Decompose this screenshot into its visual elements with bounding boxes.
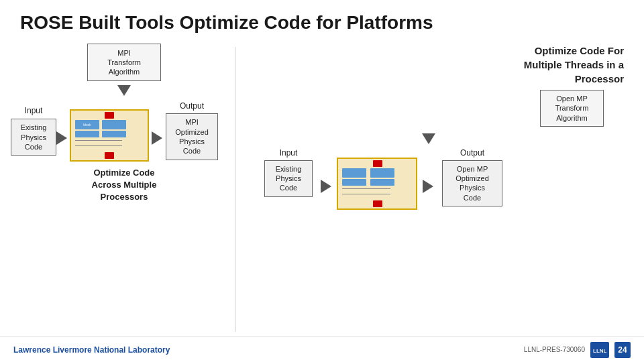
right-arrow-right-icon bbox=[321, 180, 331, 193]
left-arrow-right2-icon bbox=[152, 131, 162, 145]
left-bottom-label: Optimize Code Across Multiple Processors bbox=[92, 167, 157, 204]
left-input-label: Input bbox=[15, 106, 52, 117]
right-output-label: Output bbox=[439, 148, 506, 158]
left-existing-box: Existing Physics Code bbox=[11, 119, 56, 156]
svg-text:LLNL: LLNL bbox=[593, 348, 607, 354]
left-diagram: block bbox=[70, 109, 149, 162]
right-optimize-title: Optimize Code For Multiple Threads in a … bbox=[262, 44, 631, 86]
page-number: 24 bbox=[614, 342, 631, 358]
footer: Lawrence Livermore National Laboratory L… bbox=[0, 337, 644, 362]
left-mpi-opt-box: MPI Optimized Physics Code bbox=[166, 113, 218, 160]
llnl-logo-icon: LLNL bbox=[590, 342, 609, 358]
mpi-transform-box: MPI Transform Algorithm bbox=[87, 44, 161, 81]
left-io-row: Input Existing Physics Code block bbox=[13, 100, 235, 162]
lab-name: Lawrence Livermore National Laboratory bbox=[13, 345, 170, 355]
right-open-mp-opt-box: Open MP Optimized Physics Code bbox=[442, 160, 502, 206]
right-arrow-right2-icon bbox=[423, 180, 433, 193]
doc-id: LLNL-PRES-730060 bbox=[524, 346, 585, 353]
right-input-label: Input bbox=[280, 148, 298, 158]
left-section: MPI Transform Algorithm Input Existing P… bbox=[13, 40, 235, 328]
right-section: Optimize Code For Multiple Threads in a … bbox=[248, 40, 631, 328]
right-existing-box: Existing Physics Code bbox=[264, 160, 313, 197]
open-mp-transform-box: Open MP Transform Algorithm bbox=[540, 90, 604, 127]
left-arrow-right-icon bbox=[56, 131, 67, 145]
footer-right: LLNL-PRES-730060 LLNL 24 bbox=[524, 342, 631, 358]
right-diagram bbox=[337, 158, 417, 210]
right-arrow-down-icon bbox=[422, 133, 435, 144]
right-io-row: Input Existing Physics Code Output bbox=[262, 148, 631, 210]
page-title: ROSE Built Tools Optimize Code for Platf… bbox=[0, 0, 644, 40]
left-output-label: Output bbox=[165, 101, 219, 111]
section-divider bbox=[235, 47, 235, 332]
arrow-down-icon bbox=[117, 85, 131, 96]
